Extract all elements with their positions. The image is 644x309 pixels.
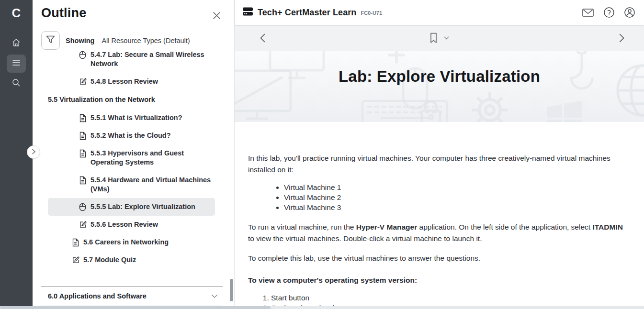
outline-item[interactable]: 5.5.4 Hardware and Virtual Machines (VMs… (48, 171, 215, 198)
quiz-edit-icon (72, 256, 80, 264)
view-os-heading: To view a computer's operating system ve… (248, 275, 625, 286)
mail-button[interactable] (582, 8, 594, 18)
document-icon (79, 149, 87, 158)
vm-list: Virtual Machine 1 Virtual Machine 2 Virt… (248, 182, 625, 212)
lesson-navigation-bar (235, 25, 644, 51)
complete-paragraph: To complete this lab, use the virtual ma… (248, 253, 625, 264)
outline-item[interactable]: 5.4.8 Lesson Review (48, 73, 215, 90)
app-title: Tech+ CertMaster Learn (258, 8, 356, 18)
outline-panel: Outline Showing All Resource Types (Defa… (33, 0, 235, 306)
next-page-button[interactable] (616, 31, 628, 45)
search-icon (11, 78, 21, 89)
filter-funnel-icon (46, 35, 55, 45)
account-button[interactable] (624, 7, 635, 18)
horizontal-scrollbar[interactable] (0, 306, 644, 309)
steps-list: Start button Settings (gear icon) (248, 293, 625, 306)
outline-list: 5.4.7 Lab: Secure a Small Wireless Netwo… (33, 50, 234, 286)
resource-filter-row: Showing All Resource Types (Default) (33, 23, 234, 50)
run-text: to view the virtual machines. Double-cli… (248, 234, 482, 243)
course-code: FC0-U71 (361, 10, 382, 16)
document-icon (79, 176, 87, 185)
lesson-review-edit-icon (79, 221, 87, 229)
close-icon (213, 13, 221, 21)
step-item: Settings (gear icon) (271, 303, 625, 306)
vm-list-item: Virtual Machine 3 (284, 202, 625, 212)
document-icon (79, 132, 87, 140)
outline-scrollbar-thumb[interactable] (230, 279, 233, 301)
outline-item[interactable]: 5.5.2 What is the Cloud? (48, 127, 215, 144)
run-text: application. On the left side of the app… (417, 223, 592, 231)
comptia-logo: C (0, 0, 33, 22)
certmaster-logo (242, 7, 253, 18)
hyper-v-manager-term: Hyper-V Manager (356, 223, 417, 231)
mouse-icon (79, 51, 87, 59)
vm-list-item: Virtual Machine 1 (284, 182, 625, 192)
chevron-down-icon (211, 292, 218, 300)
document-icon (72, 238, 80, 247)
close-outline-button[interactable] (211, 10, 223, 23)
intro-paragraph: In this lab, you'll practice running vir… (248, 153, 625, 176)
lesson-content: In this lab, you'll practice running vir… (235, 122, 644, 306)
lesson-banner: Lab: Explore Virtualization (235, 51, 644, 122)
outline-item[interactable]: 5.6 Careers in Networking (48, 233, 215, 251)
outline-item[interactable]: 5.7 Module Quiz (48, 251, 215, 269)
help-button[interactable] (603, 7, 615, 18)
bookmark-button[interactable] (429, 33, 438, 44)
app-header: Tech+ CertMaster Learn FC0-U71 (235, 0, 644, 25)
home-button[interactable] (7, 34, 26, 53)
bookmark-caret-down-icon[interactable] (444, 36, 449, 40)
main-area: Tech+ CertMaster Learn FC0-U71 (235, 0, 644, 306)
itadmin-term: ITADMIN (592, 223, 622, 231)
home-icon (11, 38, 21, 49)
outline-item[interactable]: 5.4.7 Lab: Secure a Small Wireless Netwo… (48, 50, 215, 73)
outline-item[interactable]: 5.5.3 Hypervisors and Guest Operating Sy… (48, 144, 215, 171)
outline-item[interactable]: 5.5.1 What is Virtualization? (48, 109, 215, 127)
filter-label: Showing (66, 37, 94, 44)
collapsed-section-label: 6.0 Applications and Software (48, 292, 147, 300)
previous-page-button[interactable] (257, 31, 269, 45)
chevron-right-icon (32, 148, 36, 156)
outline-panel-title: Outline (41, 6, 86, 21)
mouse-icon (79, 203, 87, 211)
run-instructions-paragraph: To run a virtual machine, run the Hyper-… (248, 221, 625, 244)
run-text: To run a virtual machine, run the (248, 223, 356, 231)
outline-collapsed-section[interactable]: 6.0 Applications and Software (41, 287, 223, 306)
outline-button[interactable] (7, 55, 26, 73)
panel-collapse-toggle[interactable] (27, 145, 40, 159)
step-item: Start button (271, 293, 625, 303)
vm-list-item: Virtual Machine 2 (284, 192, 625, 202)
horizontal-scrollbar-thumb[interactable] (0, 306, 271, 309)
outline-list-icon (12, 59, 21, 68)
filter-button[interactable] (41, 31, 60, 50)
gear-icon (468, 88, 511, 122)
document-icon (79, 114, 87, 122)
search-button[interactable] (7, 75, 26, 93)
lock-icon (419, 99, 443, 122)
outline-section-header: 5.5 Virtualization on the Network (48, 90, 215, 109)
filter-value: All Resource Types (Default) (102, 37, 190, 44)
lesson-review-edit-icon (79, 77, 87, 86)
outline-item-current[interactable]: 5.5.5 Lab: Explore Virtualization (48, 198, 215, 216)
outline-item[interactable]: 5.5.6 Lesson Review (48, 216, 215, 233)
page-title: Lab: Explore Virtualization (235, 51, 644, 86)
outline-footer: 6.0 Applications and Software (33, 286, 234, 306)
